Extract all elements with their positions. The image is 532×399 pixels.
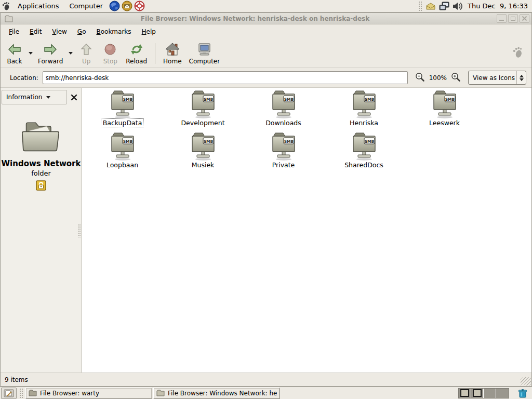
- window-title: File Browser: Windows Network: henriska-…: [15, 15, 495, 22]
- sidebar-folder-name: Windows Network: [2, 159, 81, 168]
- titlebar[interactable]: File Browser: Windows Network: henriska-…: [1, 13, 531, 24]
- close-button[interactable]: [520, 14, 529, 23]
- chevron-up-icon: [520, 75, 524, 77]
- file-label: Private: [270, 161, 297, 169]
- up-button[interactable]: Up: [74, 40, 98, 66]
- file-label: Henriska: [348, 118, 380, 127]
- minimize-icon: [499, 19, 504, 21]
- stop-button[interactable]: Stop: [98, 40, 122, 66]
- toolbar-separator: [155, 43, 155, 64]
- sidebar-panel-selector-label: Information: [6, 94, 42, 101]
- view-mode-label: View as Icons: [469, 74, 516, 82]
- email-icon[interactable]: [121, 1, 132, 12]
- smb-folder-icon: SMB: [189, 89, 217, 119]
- forward-history-dropdown[interactable]: [66, 40, 74, 66]
- menu-help[interactable]: Help: [137, 26, 161, 37]
- location-input[interactable]: [43, 71, 408, 84]
- file-item[interactable]: SMB Private: [243, 131, 324, 173]
- svg-text:SMB: SMB: [364, 97, 374, 102]
- svg-text:SMB: SMB: [445, 97, 455, 102]
- computer-menu-label: Computer: [69, 2, 103, 10]
- task-button-windows-network[interactable]: File Browser: Windows Network: he: [153, 388, 280, 399]
- smb-folder-icon: SMB: [350, 89, 378, 119]
- workspace-switcher: [458, 388, 509, 398]
- file-item[interactable]: SMB SharedDocs: [324, 131, 404, 173]
- workspace-window-thumb: [460, 389, 469, 397]
- chevron-down-icon: [46, 96, 50, 99]
- file-view[interactable]: SMB BackupData SMB Development: [82, 88, 531, 373]
- gnome-foot-icon[interactable]: [1, 1, 12, 12]
- workspace-2[interactable]: [471, 389, 484, 398]
- reload-button[interactable]: Reload: [122, 40, 151, 66]
- window-resize-grip[interactable]: [521, 377, 531, 385]
- show-desktop-button[interactable]: [1, 388, 17, 399]
- workspace-3[interactable]: [484, 389, 496, 398]
- menu-go[interactable]: Go: [72, 26, 91, 37]
- svg-text:SMB: SMB: [203, 139, 213, 144]
- location-bar: Location: 100% View as Icons: [1, 68, 531, 88]
- desktop: Applications Computer Thu Dec 9, 16:33: [0, 0, 532, 399]
- home-button[interactable]: Home: [159, 40, 185, 66]
- help-icon[interactable]: [134, 1, 145, 12]
- clock[interactable]: Thu Dec 9, 16:33: [464, 2, 532, 10]
- combo-spinner[interactable]: [516, 71, 526, 84]
- file-label: BackupData: [101, 118, 144, 127]
- file-label: Downloads: [263, 118, 303, 127]
- minimize-button[interactable]: [497, 14, 507, 23]
- sidebar-close-button[interactable]: [67, 90, 81, 104]
- volume-icon[interactable]: [452, 1, 463, 12]
- file-label: Development: [179, 118, 227, 127]
- svg-text:SMB: SMB: [284, 139, 294, 144]
- computer-menu[interactable]: Computer: [64, 0, 108, 12]
- zoom-level[interactable]: 100%: [429, 74, 447, 82]
- task-button-warty[interactable]: File Browser: warty: [25, 388, 152, 399]
- menu-edit[interactable]: Edit: [24, 26, 47, 37]
- task-label: File Browser: warty: [40, 390, 99, 397]
- status-item-count: 9 items: [5, 376, 28, 383]
- screens-icon[interactable]: [438, 1, 450, 12]
- chevron-down-icon: [520, 78, 524, 81]
- maximize-icon: [511, 17, 515, 21]
- file-grid: SMB BackupData SMB Development: [82, 88, 531, 173]
- menu-view[interactable]: View: [47, 26, 72, 37]
- smb-folder-icon: SMB: [109, 131, 137, 161]
- reload-icon: [129, 42, 144, 57]
- up-icon: [81, 42, 92, 57]
- sidebar-panel-selector[interactable]: Information: [2, 90, 67, 104]
- workspace-window-thumb: [473, 389, 482, 397]
- tasklist-grip[interactable]: [19, 388, 23, 398]
- mail-notification-icon[interactable]: [425, 1, 436, 12]
- back-button[interactable]: Back: [3, 40, 26, 66]
- file-item[interactable]: SMB Musiek: [163, 131, 243, 173]
- applications-menu-label: Applications: [18, 2, 59, 10]
- zoom-in-button[interactable]: [451, 72, 461, 84]
- home-icon: [165, 42, 180, 57]
- readonly-lock-emblem-icon: [36, 180, 46, 192]
- workspace-4[interactable]: [496, 389, 509, 398]
- web-browser-icon[interactable]: [109, 1, 120, 12]
- back-history-dropdown[interactable]: [26, 40, 34, 66]
- menu-bookmarks[interactable]: Bookmarks: [91, 26, 136, 37]
- sidebar-resize-handle[interactable]: [78, 224, 81, 237]
- applications-menu[interactable]: Applications: [12, 0, 64, 12]
- computer-button[interactable]: Computer: [185, 40, 224, 66]
- smb-folder-icon: SMB: [270, 89, 298, 119]
- forward-button[interactable]: Forward: [34, 40, 66, 66]
- tray-grip[interactable]: [418, 1, 422, 11]
- file-item[interactable]: SMB Development: [163, 89, 243, 131]
- window-content: Information: [1, 88, 531, 373]
- menu-file[interactable]: File: [4, 26, 24, 37]
- file-item[interactable]: SMB Loopbaan: [82, 131, 163, 173]
- view-mode-combo[interactable]: View as Icons: [468, 71, 526, 85]
- file-item[interactable]: SMB Leeswerk: [404, 89, 485, 131]
- throbber-gnome-foot-icon: [512, 46, 524, 61]
- file-item[interactable]: SMB Downloads: [243, 89, 324, 131]
- maximize-button[interactable]: [508, 14, 518, 23]
- top-panel: Applications Computer Thu Dec 9, 16:33: [0, 0, 532, 12]
- zoom-out-button[interactable]: [415, 72, 425, 84]
- window-folder-icon: [5, 15, 13, 22]
- workspace-1[interactable]: [459, 389, 471, 398]
- file-item[interactable]: SMB BackupData: [82, 89, 163, 131]
- trash-icon[interactable]: [516, 388, 529, 399]
- file-item[interactable]: SMB Henriska: [324, 89, 404, 131]
